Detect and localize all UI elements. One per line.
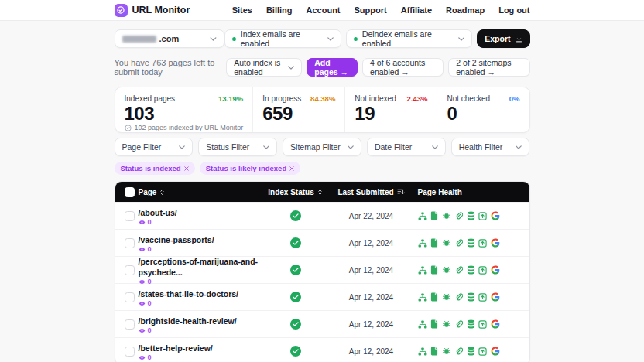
deindex-emails-toggle[interactable]: Deindex emails are enabled [346,29,472,48]
domain-selector[interactable]: .com [115,29,225,48]
sort-updown-icon[interactable] [159,189,165,196]
select-all-checkbox[interactable] [125,187,135,197]
robot-icon[interactable] [442,239,451,248]
robot-icon[interactable] [442,293,451,302]
table-body: /about-us/ 0 Apr 22, 2024 /vaccine-passp… [115,202,529,362]
page-filter[interactable]: Page Filter [115,138,194,156]
robot-icon[interactable] [442,320,451,329]
accounts-enabled-button[interactable]: 4 of 6 accounts enabled → [362,58,444,77]
google-icon[interactable] [491,347,500,356]
google-icon[interactable] [491,292,500,302]
page-path[interactable]: /states-that-lie-to-doctors/ [139,289,262,299]
filter-label: Page Filter [122,142,162,152]
row-checkbox[interactable] [125,211,135,221]
link-icon[interactable] [454,293,463,302]
google-icon[interactable] [491,265,500,275]
google-icon[interactable] [491,238,500,248]
stat-percentage: 2.43% [406,94,427,103]
database-icon[interactable] [467,238,475,248]
page-path[interactable]: /about-us/ [139,208,262,218]
table-row[interactable]: /about-us/ 0 Apr 22, 2024 [115,202,529,229]
stat-not-checked: Not checked 0% 0 [437,87,529,132]
sitemap-icon[interactable] [418,347,427,356]
active-filter-status-likely-indexed[interactable]: Status is likely indexed [200,162,301,175]
page-path[interactable]: /perceptions-of-marijuana-and-psychede..… [139,257,262,277]
link-icon[interactable] [454,347,463,356]
table-row[interactable]: /vaccine-passports/ 0 Apr 12, 2024 [115,229,529,256]
column-last-submitted[interactable]: Last Submitted [330,188,413,196]
submit-icon[interactable] [478,212,487,220]
google-icon[interactable] [491,211,500,220]
sitemap-icon[interactable] [418,212,427,220]
nav-support[interactable]: Support [355,5,387,15]
sitemap-icon[interactable] [418,293,427,302]
indexed-check-icon [290,292,301,302]
link-icon[interactable] [454,266,463,275]
robot-icon[interactable] [442,347,451,356]
nav-affiliate[interactable]: Affiliate [401,5,432,15]
table-row[interactable]: /perceptions-of-marijuana-and-psychede..… [115,256,529,283]
robot-icon[interactable] [442,266,451,275]
column-page[interactable]: Page [139,188,262,196]
nav-sites[interactable]: Sites [232,5,252,15]
export-button[interactable]: Export [477,29,529,48]
page-path[interactable]: /brightside-health-review/ [139,316,262,326]
stat-not-indexed: Not indexed 2.43% 19 [344,87,437,132]
column-page-health: Page Health [413,188,529,196]
row-checkbox[interactable] [125,347,135,357]
sitemap-icon[interactable] [418,266,427,275]
submit-icon[interactable] [478,293,487,302]
sitemap-icon[interactable] [418,320,427,329]
table-row[interactable]: /better-help-review/ 0 Apr 12, 2024 [115,337,529,362]
column-index-status[interactable]: Index Status [262,188,330,196]
page-file-icon[interactable] [430,292,438,302]
page-path[interactable]: /better-help-review/ [139,343,262,353]
row-checkbox[interactable] [125,319,135,330]
health-filter[interactable]: Health Filter [451,138,530,156]
page-file-icon[interactable] [430,238,438,248]
database-icon[interactable] [467,319,475,329]
link-icon[interactable] [454,320,463,329]
sort-descending-icon[interactable] [397,189,405,195]
nav-logout[interactable]: Log out [498,5,529,15]
remove-filter-icon[interactable] [184,166,189,171]
row-checkbox[interactable] [125,292,135,302]
date-filter[interactable]: Date Filter [367,138,446,156]
status-filter[interactable]: Status Filter [198,138,277,156]
page-file-icon[interactable] [430,347,438,356]
nav-billing[interactable]: Billing [266,5,293,15]
robot-icon[interactable] [442,212,451,220]
sort-updown-icon[interactable] [317,189,323,196]
page-path[interactable]: /vaccine-passports/ [139,235,262,245]
submit-icon[interactable] [478,320,487,329]
url-monitor-logo-icon [115,4,128,17]
google-icon[interactable] [491,319,500,329]
brand[interactable]: URL Monitor [115,4,190,17]
row-checkbox[interactable] [125,238,135,248]
database-icon[interactable] [467,347,475,356]
table-row[interactable]: /states-that-lie-to-doctors/ 0 Apr 12, 2… [115,283,529,310]
page-file-icon[interactable] [430,211,438,220]
sitemap-icon[interactable] [418,239,427,248]
page-file-icon[interactable] [430,319,438,329]
submit-icon[interactable] [478,266,487,275]
link-icon[interactable] [454,239,463,248]
row-checkbox[interactable] [125,265,135,275]
database-icon[interactable] [467,211,475,220]
table-row[interactable]: /brightside-health-review/ 0 Apr 12, 202… [115,310,529,337]
add-pages-button[interactable]: Add pages → [307,58,358,77]
database-icon[interactable] [467,292,475,302]
sitemap-filter[interactable]: Sitemap Filter [283,138,361,156]
submit-icon[interactable] [478,347,487,356]
index-emails-toggle[interactable]: Index emails are enabled [224,29,341,48]
link-icon[interactable] [454,212,463,220]
active-filter-status-indexed[interactable]: Status is indexed [115,162,195,175]
sitemaps-enabled-button[interactable]: 2 of 2 sitemaps enabled → [448,58,529,77]
auto-index-selector[interactable]: Auto index is enabled [226,58,302,77]
database-icon[interactable] [467,265,475,275]
nav-account[interactable]: Account [307,5,341,15]
page-file-icon[interactable] [430,265,438,275]
nav-roadmap[interactable]: Roadmap [446,5,485,15]
remove-filter-icon[interactable] [289,166,294,171]
submit-icon[interactable] [478,239,487,248]
